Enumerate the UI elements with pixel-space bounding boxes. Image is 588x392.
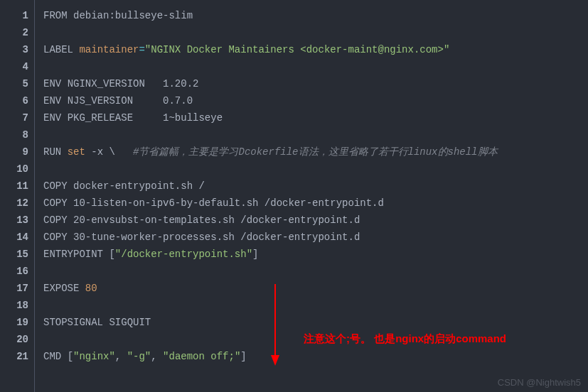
code-line: COPY 20-envsubst-on-templates.sh /docker…	[43, 212, 588, 229]
code-editor: 1 2 3 4 5 6 7 8 9 10 11 12 13 14 15 16 1…	[0, 0, 588, 392]
line-number: 1	[7, 7, 28, 24]
line-number: 7	[7, 109, 28, 126]
line-number: 13	[7, 212, 28, 229]
watermark-text: CSDN @Nightwish5	[498, 377, 581, 388]
annotation-text: 注意这个;号。 也是nginx的启动command	[304, 332, 506, 346]
code-line	[43, 160, 588, 178]
line-number: 6	[7, 92, 28, 109]
code-line: COPY docker-entrypoint.sh /	[43, 178, 588, 195]
line-number: 16	[7, 263, 28, 280]
code-line	[43, 263, 588, 280]
line-number: 17	[7, 280, 28, 297]
code-line	[43, 126, 588, 143]
code-line: ENTRYPOINT ["/docker-entrypoint.sh"]	[43, 246, 588, 263]
code-line: ENV NGINX_VERSION 1.20.2	[43, 75, 588, 92]
line-number: 5	[7, 75, 28, 92]
code-line	[43, 24, 588, 41]
code-line: ENV NJS_VERSION 0.7.0	[43, 92, 588, 109]
code-line: COPY 30-tune-worker-processes.sh /docker…	[43, 229, 588, 246]
line-number: 14	[7, 229, 28, 246]
code-line: ENV PKG_RELEASE 1~bullseye	[43, 109, 588, 126]
line-number: 18	[7, 297, 28, 314]
line-number: 9	[7, 143, 28, 160]
code-line: RUN set -x \ #节省篇幅，主要是学习Dcokerfile语法，这里省…	[43, 143, 588, 160]
code-area[interactable]: FROM debian:bullseye-slim LABEL maintain…	[35, 0, 588, 392]
line-number: 4	[7, 58, 28, 75]
code-line: FROM debian:bullseye-slim	[43, 7, 588, 24]
line-number: 15	[7, 246, 28, 263]
line-number-gutter: 1 2 3 4 5 6 7 8 9 10 11 12 13 14 15 16 1…	[0, 0, 35, 392]
code-line: CMD ["nginx", "-g", "daemon off;"]	[43, 348, 588, 365]
code-line: LABEL maintainer="NGINX Docker Maintaine…	[43, 41, 588, 58]
line-number: 2	[7, 24, 28, 41]
code-line: STOPSIGNAL SIGQUIT	[43, 314, 588, 331]
line-number: 8	[7, 126, 28, 143]
code-line	[43, 58, 588, 75]
code-line	[43, 297, 588, 314]
code-line: EXPOSE 80	[43, 280, 588, 297]
line-number: 10	[7, 160, 28, 178]
line-number: 12	[7, 195, 28, 212]
line-number: 11	[7, 178, 28, 195]
code-line: COPY 10-listen-on-ipv6-by-default.sh /do…	[43, 195, 588, 212]
line-number: 21	[7, 348, 28, 365]
line-number: 19	[7, 314, 28, 331]
line-number: 20	[7, 331, 28, 348]
line-number: 3	[7, 41, 28, 58]
